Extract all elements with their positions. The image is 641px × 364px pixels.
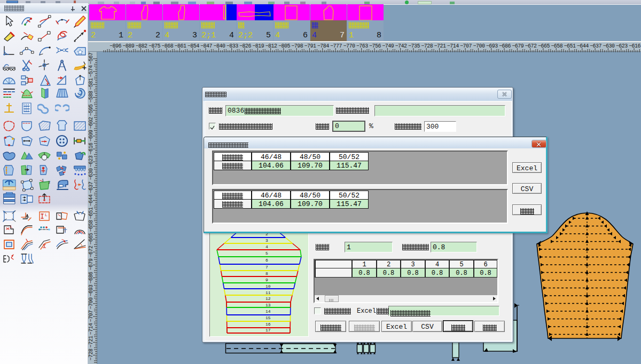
- svg-text:13: 13: [265, 303, 271, 307]
- svg-text:12: 12: [265, 296, 271, 301]
- svg-text:5: 5: [265, 251, 268, 256]
- svg-text:8: 8: [265, 271, 268, 276]
- svg-text:4: 4: [265, 244, 268, 249]
- svg-text:2: 2: [48, 180, 50, 185]
- svg-text:10: 10: [265, 284, 271, 289]
- svg-text:11: 11: [265, 290, 271, 295]
- svg-text:9: 9: [265, 278, 268, 282]
- svg-text:16: 16: [265, 322, 271, 327]
- svg-text:15: 15: [265, 315, 271, 320]
- svg-text:1: 1: [42, 178, 44, 183]
- svg-text:14: 14: [265, 309, 271, 314]
- svg-text:17: 17: [265, 328, 271, 333]
- svg-text:6: 6: [265, 258, 268, 263]
- svg-text:7: 7: [265, 265, 268, 270]
- svg-text:3: 3: [265, 238, 268, 243]
- svg-text:L: L: [10, 224, 13, 229]
- svg-text:L: L: [45, 212, 48, 217]
